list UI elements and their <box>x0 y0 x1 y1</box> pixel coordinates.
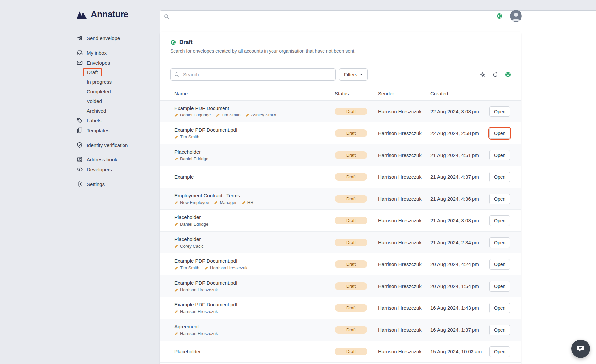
chat-launcher-button[interactable] <box>571 340 590 358</box>
table-search-input[interactable] <box>170 68 336 81</box>
status-badge: Draft <box>335 239 367 246</box>
address-book-icon <box>77 157 83 162</box>
submenu-label: Voided <box>87 98 102 104</box>
table-row[interactable]: Placeholder Daniel Edridge Draft Harriso… <box>160 210 522 232</box>
table-row[interactable]: Placeholder Draft Harrison Hreszczuk 15 … <box>160 341 522 363</box>
action-cell: Open <box>489 194 510 204</box>
table-row[interactable]: Example PDF Document.pdf Tim SmithHarris… <box>160 253 522 275</box>
app-logo[interactable]: Annature <box>76 9 128 20</box>
open-button[interactable]: Open <box>489 128 510 139</box>
open-button[interactable]: Open <box>489 303 510 313</box>
table-row[interactable]: Example Draft Harrison Hreszczuk 21 Aug … <box>160 166 522 188</box>
table-settings-icon[interactable] <box>480 72 486 78</box>
signer: Tim Smith <box>216 113 241 117</box>
envelope-name: Example <box>174 174 335 180</box>
sidebar-item-settings[interactable]: Settings <box>77 179 155 189</box>
open-button[interactable]: Open <box>489 259 510 270</box>
table-row[interactable]: Employment Contract - Terms New Employee… <box>160 188 522 210</box>
name-cell: Employment Contract - Terms New Employee… <box>174 193 335 205</box>
name-cell: Agreement Harrison Hreszczuk <box>174 324 335 336</box>
table-row[interactable]: Example PDF Document.pdf Harrison Hreszc… <box>160 275 522 297</box>
search-icon <box>164 14 169 19</box>
sidebar-item-voided[interactable]: Voided <box>77 96 155 106</box>
sidebar-item-my-inbox[interactable]: My inbox <box>77 48 155 58</box>
sidebar-item-archived[interactable]: Archived <box>77 106 155 115</box>
sidebar-item-identity-verification[interactable]: Identity verification <box>77 140 155 150</box>
signer-list: Daniel Edridge <box>174 222 335 227</box>
sidebar-item-label: Labels <box>87 118 101 123</box>
status-cell: Draft <box>335 195 378 203</box>
action-cell: Open <box>489 346 510 357</box>
open-button[interactable]: Open <box>489 194 510 204</box>
user-avatar[interactable] <box>510 10 522 22</box>
sidebar-item-templates[interactable]: Templates <box>77 125 155 135</box>
table-row[interactable]: Example PDF Document.pdf Tim Smith Draft… <box>160 122 522 144</box>
draft-panel: Draft Search for envelopes created by al… <box>160 32 522 364</box>
signer-icon <box>174 113 178 117</box>
open-button[interactable]: Open <box>489 237 510 248</box>
page-title: Draft <box>179 39 193 46</box>
signer-icon <box>174 288 178 292</box>
signer-list: Tim Smith <box>174 134 335 139</box>
table-row[interactable]: Example PDF Document Daniel EdgridgeTim … <box>160 101 522 122</box>
signer-icon <box>174 266 178 270</box>
table-row[interactable]: Example PDF Document.pdf Harrison Hreszc… <box>160 297 522 319</box>
sidebar-item-address-book[interactable]: Address book <box>77 155 155 164</box>
sidebar-item-in-progress[interactable]: In progress <box>77 77 155 87</box>
envelope-name: Example PDF Document.pdf <box>174 258 335 264</box>
signer-name: Tim Smith <box>222 113 241 117</box>
sidebar-item-labels[interactable]: Labels <box>77 115 155 125</box>
status-cell: Draft <box>335 304 378 312</box>
sidebar-item-developers[interactable]: Developers <box>77 164 155 174</box>
signer: Harrison Hreszczuk <box>204 265 247 270</box>
status-badge: Draft <box>335 282 367 290</box>
signer-name: Harrison Hreszczuk <box>180 331 218 336</box>
signer-list: New EmployeeManagerHR <box>174 200 335 205</box>
signer-icon <box>242 201 246 205</box>
label-icon <box>77 117 83 123</box>
open-button[interactable]: Open <box>489 172 510 182</box>
sidebar-item-envelopes[interactable]: Envelopes <box>77 58 155 68</box>
created-cell: 22 Aug 2024, 3:08 pm <box>430 109 489 114</box>
open-button[interactable]: Open <box>489 281 510 292</box>
name-cell: Example PDF Document.pdf Tim Smith <box>174 127 335 139</box>
open-button[interactable]: Open <box>489 325 510 335</box>
sidebar-item-label: Settings <box>87 181 105 187</box>
draft-status-icon <box>170 39 176 45</box>
open-button[interactable]: Open <box>489 106 510 117</box>
table-row[interactable]: Placeholder Daniel Edridge Draft Harriso… <box>160 144 522 166</box>
sidebar-item-send-envelope[interactable]: Send envelope <box>77 33 155 43</box>
action-cell: Open <box>489 150 510 160</box>
sender-cell: Harrison Hreszczuk <box>378 152 430 158</box>
sender-cell: Harrison Hreszczuk <box>378 305 430 311</box>
sidebar-item-draft[interactable]: Draft <box>77 68 155 77</box>
whats-new-icon[interactable] <box>496 13 502 19</box>
signer-name: Tim Smith <box>180 134 199 139</box>
sidebar: Send envelope My inbox Envelopes Draft I… <box>77 33 155 189</box>
filters-button[interactable]: Filters <box>339 68 368 81</box>
draft-filter-icon[interactable] <box>505 72 511 78</box>
signer-name: HR <box>247 200 254 205</box>
status-badge: Draft <box>335 217 367 224</box>
sidebar-item-label: Identity verification <box>87 142 128 148</box>
status-badge: Draft <box>335 326 367 334</box>
envelope-icon <box>77 60 83 66</box>
table-row[interactable]: Placeholder Corey Cacic Draft Harrison H… <box>160 232 522 253</box>
table-row[interactable]: Agreement Harrison Hreszczuk Draft Harri… <box>160 319 522 341</box>
chevron-down-icon <box>360 74 363 75</box>
sidebar-item-completed[interactable]: Completed <box>77 87 155 96</box>
signer-list: Daniel Edridge <box>174 156 335 161</box>
status-cell: Draft <box>335 326 378 334</box>
envelopes-submenu: Draft In progress Completed Voided Archi… <box>77 68 155 115</box>
refresh-icon[interactable] <box>492 72 498 78</box>
open-button[interactable]: Open <box>489 215 510 226</box>
status-badge: Draft <box>335 260 367 268</box>
action-cell: Open <box>489 325 510 335</box>
name-cell: Placeholder Corey Cacic <box>174 236 335 249</box>
action-cell: Open <box>489 259 510 270</box>
open-button[interactable]: Open <box>489 346 510 357</box>
name-cell: Example PDF Document Daniel EdgridgeTim … <box>174 105 335 117</box>
open-button[interactable]: Open <box>489 150 510 160</box>
status-badge: Draft <box>335 108 367 115</box>
signer-icon <box>174 310 178 314</box>
